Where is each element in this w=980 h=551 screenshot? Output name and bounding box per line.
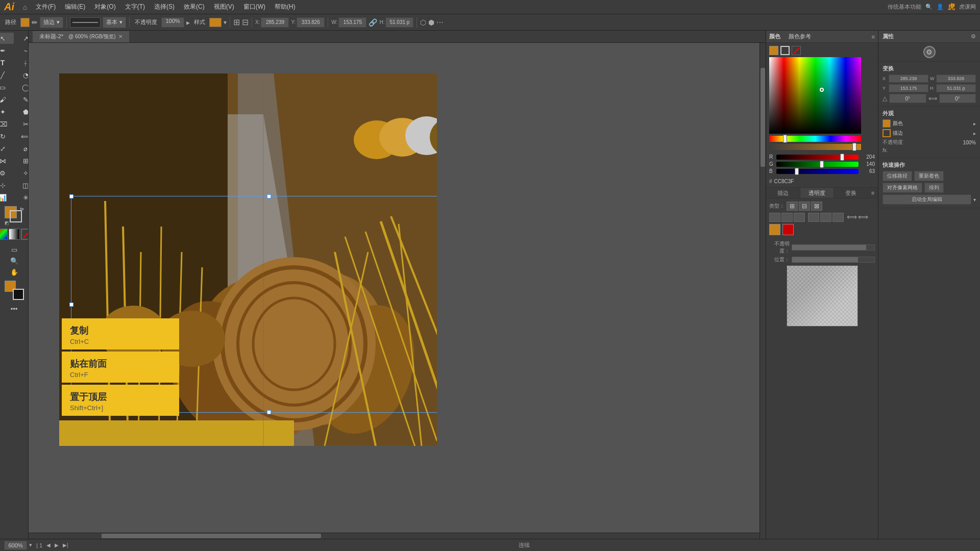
scissors-tool[interactable]: ✂ bbox=[14, 118, 29, 130]
alpha-slider[interactable] bbox=[769, 144, 861, 150]
style-swatch[interactable] bbox=[209, 18, 222, 27]
menu-edit[interactable]: 编辑(E) bbox=[61, 2, 89, 12]
menu-file[interactable]: 文件(F) bbox=[32, 2, 60, 12]
context-menu-paste-front[interactable]: 贴在前面 Ctrl+F bbox=[62, 352, 179, 383]
curvature-tool[interactable]: ~ bbox=[14, 45, 29, 56]
btn-recolor[interactable]: 重新着色 bbox=[914, 171, 944, 181]
stroke-color-swatch[interactable] bbox=[769, 224, 780, 235]
x-value[interactable]: 285.239 bbox=[261, 17, 289, 28]
context-menu-copy[interactable]: 复制 Ctrl+C bbox=[62, 318, 179, 349]
color-mode-btn[interactable] bbox=[0, 229, 8, 240]
align-icon[interactable]: ⊞ bbox=[233, 17, 240, 27]
menu-text[interactable]: 文字(T) bbox=[121, 2, 149, 12]
menu-object[interactable]: 对象(O) bbox=[90, 2, 119, 12]
stroke-alt-swatch[interactable] bbox=[782, 224, 794, 235]
menu-effect[interactable]: 效果(C) bbox=[180, 2, 209, 12]
menu-view[interactable]: 视图(V) bbox=[210, 2, 238, 12]
quick-stroke[interactable] bbox=[13, 289, 24, 300]
artboard-tool[interactable]: ▭ bbox=[3, 244, 26, 255]
arrange-icon[interactable]: ⬢ bbox=[428, 18, 434, 27]
more-tools[interactable]: ••• bbox=[3, 303, 26, 314]
panel-collapse-btn[interactable]: ≡ bbox=[872, 34, 875, 40]
link-proportions-icon[interactable]: 🔗 bbox=[369, 18, 377, 27]
gradient-btn[interactable] bbox=[9, 229, 20, 240]
stroke-type-3[interactable]: ⊠ bbox=[811, 202, 822, 211]
gradient-tool[interactable]: ◫ bbox=[14, 180, 29, 191]
btn-offset-path[interactable]: 位移路径 bbox=[883, 171, 912, 181]
pen-tool[interactable]: ✒ bbox=[0, 45, 14, 56]
free-transform[interactable]: ⊞ bbox=[14, 155, 29, 166]
position-bar[interactable] bbox=[792, 257, 875, 263]
scrollbar-horizontal[interactable] bbox=[29, 533, 760, 539]
width-tool[interactable]: ⋈ bbox=[0, 155, 14, 166]
nav-prev[interactable]: ◀ bbox=[46, 542, 51, 548]
angle-value[interactable]: 0° bbox=[889, 94, 926, 103]
cap-2[interactable] bbox=[781, 213, 793, 222]
fill-color-indicator[interactable] bbox=[883, 119, 891, 128]
user-icon[interactable]: 👤 bbox=[937, 4, 944, 10]
btn-global-edit[interactable]: 启动全局编辑 bbox=[883, 194, 971, 205]
arrow-icon[interactable]: ▸ bbox=[186, 18, 190, 27]
blend-value[interactable]: 100% bbox=[963, 140, 976, 145]
stroke-swatch[interactable] bbox=[10, 210, 22, 222]
scale-tool[interactable]: ⤢ bbox=[0, 143, 14, 154]
select-tool[interactable]: ↖ bbox=[0, 33, 14, 44]
align-stroke-icon2[interactable]: ⟺ bbox=[858, 213, 868, 222]
btn-arrange[interactable]: 排列 bbox=[924, 183, 944, 193]
nav-end[interactable]: ▶| bbox=[63, 542, 68, 548]
tab-close-btn[interactable]: ✕ bbox=[118, 34, 122, 39]
stroke-type-2[interactable]: ⊟ bbox=[799, 202, 810, 211]
btn-pixel-grid[interactable]: 对齐像素网格 bbox=[883, 183, 922, 193]
search-icon[interactable]: 🔍 bbox=[925, 4, 933, 10]
g-slider[interactable] bbox=[776, 162, 859, 167]
cap-3[interactable] bbox=[794, 213, 805, 222]
menu-window[interactable]: 窗口(W) bbox=[239, 2, 270, 12]
canvas-viewport[interactable]: 复制 Ctrl+C 贴在前面 Ctrl+F 置于顶层 Shift+Ctrl+] bbox=[29, 43, 766, 539]
global-edit-arrow[interactable]: ▾ bbox=[973, 197, 976, 203]
scrollbar-vertical[interactable] bbox=[760, 43, 766, 539]
join-3[interactable] bbox=[832, 213, 844, 222]
mesh-tool[interactable]: ⊹ bbox=[0, 180, 14, 191]
symbol-sprayer[interactable]: ✳ bbox=[14, 192, 29, 203]
scroll-thumb-v[interactable] bbox=[761, 68, 765, 167]
menu-help[interactable]: 帮助(H) bbox=[271, 2, 300, 12]
nav-next[interactable]: ▶ bbox=[55, 542, 59, 548]
blob-brush-tool[interactable]: ✦ bbox=[0, 106, 14, 117]
mode-dropdown[interactable]: 描边 ▾ bbox=[40, 17, 63, 28]
stroke-indicator[interactable] bbox=[883, 129, 891, 137]
line-tool[interactable]: ╱ bbox=[0, 69, 14, 81]
b-thumb[interactable] bbox=[795, 168, 799, 175]
zoom-tool[interactable]: 🔍 bbox=[3, 255, 26, 266]
home-icon[interactable]: ⌂ bbox=[19, 2, 31, 13]
stroke-color-btn[interactable] bbox=[780, 46, 790, 55]
ty-value[interactable]: 153.175 bbox=[889, 84, 928, 92]
canvas-tab-active[interactable]: 未标题-2* @ 600% (RGB/预览) ✕ bbox=[33, 31, 129, 42]
eraser-tool[interactable]: ⌫ bbox=[0, 118, 14, 130]
alpha-thumb[interactable] bbox=[852, 143, 856, 151]
stroke-style-dropdown[interactable]: 基本 ▾ bbox=[103, 17, 126, 28]
attr-gear-icon[interactable]: ⚙ bbox=[923, 46, 936, 58]
no-color-btn[interactable] bbox=[792, 46, 801, 55]
shear-value[interactable]: 0° bbox=[939, 94, 976, 103]
r-slider[interactable] bbox=[776, 155, 859, 160]
r-thumb[interactable] bbox=[840, 154, 844, 161]
hex-value[interactable]: CC8C3F bbox=[774, 179, 794, 184]
arc-tool[interactable]: ◔ bbox=[14, 69, 29, 81]
scroll-thumb-h[interactable] bbox=[102, 534, 321, 538]
hand-tool[interactable]: ✋ bbox=[3, 266, 26, 278]
rotate-tool[interactable]: ↻ bbox=[0, 131, 14, 142]
style-arrow[interactable]: ▾ bbox=[224, 19, 227, 26]
shaper-tool[interactable]: ⬟ bbox=[14, 106, 29, 117]
stroke-type-1[interactable]: ⊞ bbox=[787, 202, 798, 211]
default-colors-icon[interactable]: ◩ bbox=[5, 220, 9, 226]
w-value[interactable]: 153.175 bbox=[338, 17, 366, 28]
attr-panel-btn[interactable]: ⚙ bbox=[971, 33, 976, 40]
more-icon[interactable]: ⋯ bbox=[436, 18, 444, 27]
workspace-label[interactable]: 传统基本功能 bbox=[888, 3, 921, 11]
warp-tool[interactable]: ⌀ bbox=[14, 143, 29, 154]
hue-slider[interactable] bbox=[769, 136, 861, 142]
join-1[interactable] bbox=[808, 213, 819, 222]
g-thumb[interactable] bbox=[820, 161, 824, 168]
b-slider[interactable] bbox=[776, 169, 859, 174]
th-value[interactable]: 51.031 p bbox=[936, 84, 976, 92]
